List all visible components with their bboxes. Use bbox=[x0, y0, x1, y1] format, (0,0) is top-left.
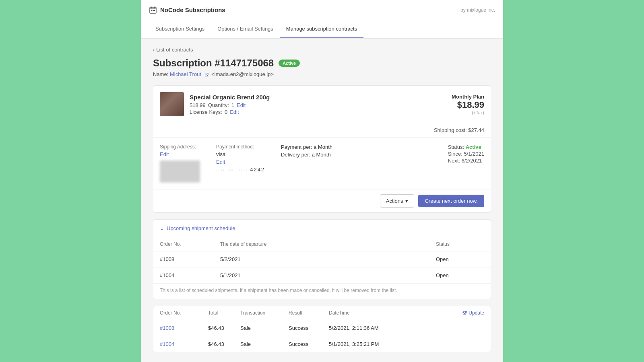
edit-payment-link[interactable]: Edit bbox=[216, 159, 265, 165]
chevron-down-icon: ⌄ bbox=[160, 225, 164, 231]
tab-subscription-settings[interactable]: Subscription Settings bbox=[149, 20, 211, 38]
shipment-order-1004: #1004 bbox=[160, 272, 220, 278]
quantity-label: Quantity: bbox=[208, 102, 229, 108]
main-content: ‹ List of contracts Subscription #114717… bbox=[141, 39, 503, 360]
subscription-id: Subscription #1147175068 bbox=[153, 58, 274, 69]
tab-manage-contracts[interactable]: Manage subscription contracts bbox=[280, 20, 363, 38]
status-badge: Active bbox=[279, 60, 300, 67]
status-section: Status: Active Since: 5/1/2021 Next: 6/2… bbox=[448, 144, 484, 164]
license-count: 0 bbox=[225, 109, 227, 115]
tx-transaction-1008: Sale bbox=[240, 325, 289, 331]
app-header: NoCode Subscriptions by mixlogue inc. bbox=[141, 0, 503, 20]
col-tx-total: Total bbox=[208, 310, 240, 316]
calendar-icon bbox=[149, 6, 157, 14]
svg-rect-4 bbox=[154, 10, 155, 11]
breadcrumb-arrow-icon: ‹ bbox=[153, 47, 155, 53]
tx-datetime-1004: 5/1/2021, 3:25:21 PM bbox=[329, 341, 452, 347]
app-logo-area: NoCode Subscriptions bbox=[149, 6, 225, 14]
shipping-value: $27.44 bbox=[468, 127, 484, 133]
edit-license-link[interactable]: Edit bbox=[230, 109, 239, 115]
product-price-row: $18.99 Quantity: 1 Edit bbox=[190, 102, 452, 108]
name-label: Name: bbox=[153, 71, 168, 77]
refresh-icon bbox=[462, 311, 467, 315]
upcoming-table-header: Order No. The date of departure Status bbox=[153, 237, 491, 251]
tx-total-1004: $46.43 bbox=[208, 341, 240, 347]
product-details: Special Organic Brend 200g $18.99 Quanti… bbox=[190, 94, 452, 115]
product-license-row: License Keys: 0 Edit bbox=[190, 109, 452, 115]
shipping-row: Shipping cost: $27.44 bbox=[153, 123, 491, 138]
col-order-no-header: Order No. bbox=[160, 241, 220, 247]
details-row: Sipping Address: Edit Payment method: vi… bbox=[153, 138, 491, 189]
tx-datetime-1008: 5/2/2021, 2:11:36 AM bbox=[329, 325, 452, 331]
next-row: Next: 6/2/2021 bbox=[448, 158, 484, 164]
product-name: Special Organic Brend 200g bbox=[190, 94, 452, 101]
col-status-header: Status bbox=[436, 241, 484, 247]
tx-transaction-1004: Sale bbox=[240, 341, 289, 347]
shipment-order-1008: #1008 bbox=[160, 256, 220, 262]
edit-quantity-link[interactable]: Edit bbox=[237, 102, 246, 108]
nav-tabs: Subscription Settings Options / Email Se… bbox=[141, 20, 503, 39]
plan-price: $18.99 bbox=[452, 100, 484, 110]
svg-rect-2 bbox=[151, 10, 152, 11]
delivery-per-row: Delivery per: a Month bbox=[281, 152, 332, 158]
actions-row: Actions ▾ Create next order now. bbox=[153, 189, 491, 212]
since-row: Since: 5/1/2021 bbox=[448, 151, 484, 157]
breadcrumb-label: List of contracts bbox=[156, 47, 193, 53]
plan-name: Monthly Plan bbox=[452, 94, 484, 100]
upcoming-title: Upcoming shipment schedule bbox=[167, 225, 235, 231]
upcoming-header[interactable]: ⌄ Upcoming shipment schedule bbox=[153, 220, 491, 237]
tx-order-link-1004[interactable]: #1004 bbox=[160, 341, 208, 347]
upcoming-note: This is a list of scheduled shipments. I… bbox=[153, 284, 491, 299]
col-tx-datetime: DateTime bbox=[329, 310, 452, 316]
product-row: Special Organic Brend 200g $18.99 Quanti… bbox=[153, 86, 491, 123]
license-label: License Keys: bbox=[190, 109, 222, 115]
app-by: by mixlogue inc. bbox=[460, 7, 495, 13]
breadcrumb[interactable]: ‹ List of contracts bbox=[153, 47, 491, 53]
address-label: Sipping Address: bbox=[160, 144, 200, 150]
create-order-button[interactable]: Create next order now. bbox=[418, 195, 484, 207]
transaction-table-header: Order No. Total Transaction Result DateT… bbox=[153, 306, 491, 320]
plan-tax: (+Tax) bbox=[452, 110, 484, 115]
status-active-value: Active bbox=[466, 144, 481, 150]
external-link-icon bbox=[204, 73, 208, 77]
customer-email: <imada.en2@mixlogue.jp> bbox=[211, 71, 274, 77]
shipping-label: Shipping cost: bbox=[434, 127, 467, 133]
quantity-value: 1 bbox=[231, 102, 234, 108]
dropdown-chevron-icon: ▾ bbox=[405, 198, 408, 204]
tab-options-email[interactable]: Options / Email Settings bbox=[211, 20, 280, 38]
app-title: NoCode Subscriptions bbox=[160, 6, 225, 13]
subscription-card: Special Organic Brend 200g $18.99 Quanti… bbox=[153, 85, 491, 213]
tx-order-link-1008[interactable]: #1008 bbox=[160, 325, 208, 331]
col-tx-result: Result bbox=[289, 310, 329, 316]
address-section: Sipping Address: Edit bbox=[160, 144, 200, 183]
customer-info: Name: Michael Trout <imada.en2@mixlogue.… bbox=[153, 71, 491, 77]
upcoming-section: ⌄ Upcoming shipment schedule Order No. T… bbox=[153, 219, 491, 299]
transaction-row-1004: #1004 $46.43 Sale Success 5/1/2021, 3:25… bbox=[153, 336, 491, 352]
col-tx-update[interactable]: Update bbox=[452, 310, 484, 316]
frequency-section: Payment per: a Month Delivery per: a Mon… bbox=[281, 144, 332, 158]
subscription-header: Subscription #1147175068 Active bbox=[153, 58, 491, 69]
col-departure-header: The date of departure bbox=[220, 241, 436, 247]
shipment-status-1008: Open bbox=[436, 256, 484, 262]
edit-address-link[interactable]: Edit bbox=[160, 151, 200, 157]
payment-per-row: Payment per: a Month bbox=[281, 144, 332, 150]
customer-name-link[interactable]: Michael Trout bbox=[170, 71, 201, 77]
payment-label: Payment method: bbox=[216, 144, 265, 150]
shipment-date-1008: 5/2/2021 bbox=[220, 256, 436, 262]
status-row: Status: Active bbox=[448, 144, 484, 150]
tx-result-1004: Success bbox=[289, 341, 329, 347]
transaction-row-1008: #1008 $46.43 Sale Success 5/2/2021, 2:11… bbox=[153, 320, 491, 336]
address-blurred bbox=[160, 160, 200, 183]
payment-section: Payment method: visa Edit ···· ···· ····… bbox=[216, 144, 265, 173]
actions-button[interactable]: Actions ▾ bbox=[380, 194, 415, 208]
payment-type: visa bbox=[216, 151, 265, 157]
product-image bbox=[160, 92, 184, 116]
svg-rect-3 bbox=[153, 10, 154, 11]
product-plan: Monthly Plan $18.99 (+Tax) bbox=[452, 94, 484, 115]
payment-card-number: ···· ···· ···· 4242 bbox=[216, 167, 265, 173]
col-tx-order-no: Order No. bbox=[160, 310, 208, 316]
shipment-row-1004: #1004 5/1/2021 Open bbox=[153, 267, 491, 284]
shipment-date-1004: 5/1/2021 bbox=[220, 272, 436, 278]
shipment-status-1004: Open bbox=[436, 272, 484, 278]
product-price: $18.99 bbox=[190, 102, 206, 108]
